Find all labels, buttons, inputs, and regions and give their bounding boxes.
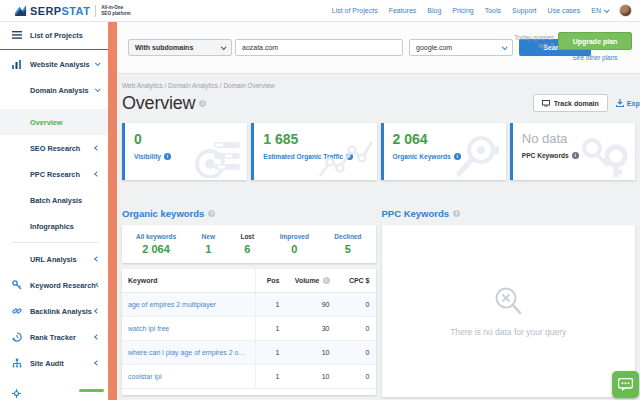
history-icon <box>12 332 30 342</box>
export-link[interactable]: Export <box>616 99 640 107</box>
sidebar-divider <box>0 49 108 50</box>
keys-watermark-icon <box>576 136 632 178</box>
sitemap-icon <box>12 358 30 368</box>
table-row: where can i play age of empires 2 online… <box>122 341 376 365</box>
page-title: Overview <box>122 93 195 114</box>
nav-support[interactable]: Support <box>512 7 537 14</box>
breadcrumb: Web Analytics / Domain Analytics / Domai… <box>122 82 640 89</box>
info-icon[interactable]: i <box>164 153 171 160</box>
serpstat-logo-icon <box>14 4 27 17</box>
upgrade-plan-button[interactable]: Upgrade plan <box>558 32 632 50</box>
target-watermark-icon <box>192 138 244 178</box>
search-strip: With subdomains google.com Search Today … <box>117 22 640 74</box>
sidebar-resize-bar[interactable] <box>108 22 117 400</box>
stat-all-keywords[interactable]: All keywords 2 064 <box>136 233 176 255</box>
nav-tools[interactable]: Tools <box>485 7 501 14</box>
sidebar-divider <box>12 242 98 243</box>
sidebar-item-seo-research[interactable]: SEO Research <box>0 135 108 161</box>
monitor-icon <box>542 100 550 107</box>
sidebar-item-rank-tracker[interactable]: Rank Tracker <box>0 324 108 350</box>
sections: Organic keywords i All keywords 2 064 Ne… <box>122 207 635 397</box>
chevron-down-icon <box>221 44 227 50</box>
link-icon <box>12 306 30 316</box>
organic-keywords-heading: Organic keywords i <box>122 207 376 219</box>
chevron-left-icon <box>94 308 100 314</box>
app-root: SERPSTAT All-in-One SEO platform List of… <box>0 0 640 400</box>
sidebar: List of Projects Website Analysis Domain… <box>0 22 108 400</box>
sidebar-item-ppc-research[interactable]: PPC Research <box>0 161 108 187</box>
info-icon[interactable]: i <box>208 210 215 217</box>
nav-pricing[interactable]: Pricing <box>452 7 473 14</box>
ppc-keywords-heading: PPC Keywords i <box>382 207 636 219</box>
brand-tagline: All-in-One SEO platform <box>101 5 130 16</box>
magnifier-watermark-icon <box>451 134 503 178</box>
stat-declined[interactable]: Declined 5 <box>334 233 361 255</box>
col-volume[interactable]: Volumei <box>286 269 336 293</box>
keyword-link[interactable]: watch ipl free <box>122 317 256 341</box>
info-icon[interactable]: i <box>453 210 460 217</box>
sidebar-item-batch-analysis[interactable]: Batch Analysis <box>0 187 108 213</box>
track-domain-button[interactable]: Track domain <box>533 94 608 112</box>
col-keyword[interactable]: Keyword <box>122 269 256 293</box>
chevron-left-icon <box>94 171 100 177</box>
sidebar-item-domain-analysis[interactable]: Domain Analysis <box>0 77 108 103</box>
sidebar-item-website-analysis[interactable]: Website Analysis <box>0 51 108 77</box>
top-bar: SERPSTAT All-in-One SEO platform List of… <box>0 0 640 22</box>
card-ppc-keywords[interactable]: No data PPC Keywordsi <box>510 123 635 180</box>
sidebar-cut-icon <box>12 384 21 400</box>
bar-chart-icon <box>12 60 30 69</box>
user-avatar[interactable] <box>619 4 632 17</box>
logo-divider <box>95 5 96 17</box>
sidebar-list-of-projects[interactable]: List of Projects <box>0 22 108 48</box>
card-visibility[interactable]: 0 Visibilityi <box>122 123 247 180</box>
stat-new[interactable]: New 1 <box>202 233 215 255</box>
sidebar-item-overview[interactable]: Overview <box>0 109 108 135</box>
chat-widget-button[interactable] <box>612 371 639 398</box>
table-row: watch ipl free 1 30 0 <box>122 317 376 341</box>
organic-keywords-section: Organic keywords i All keywords 2 064 Ne… <box>122 207 376 397</box>
subdomain-mode-select[interactable]: With subdomains <box>128 39 232 56</box>
info-icon[interactable]: i <box>323 277 330 284</box>
domain-query-input[interactable] <box>235 39 403 56</box>
card-organic-keywords[interactable]: 2 064 Organic Keywordsi <box>381 123 506 180</box>
stat-improved[interactable]: Improved 0 <box>280 233 309 255</box>
sidebar-item-infographics[interactable]: Infographics <box>0 213 108 239</box>
keyword-link[interactable]: where can i play age of empires 2 online <box>122 341 256 365</box>
top-nav: List of Projects Features Blog Pricing T… <box>332 4 640 17</box>
language-selector[interactable]: EN <box>591 7 608 14</box>
info-icon[interactable]: i <box>199 100 206 107</box>
keyword-link[interactable]: coolstar ipl <box>122 365 256 389</box>
hamburger-icon[interactable] <box>12 31 30 39</box>
keyword-link[interactable]: age of empires 2 multiplayer <box>122 293 256 317</box>
search-engine-select[interactable]: google.com <box>409 39 513 56</box>
serpstat-logo[interactable]: SERPSTAT All-in-One SEO platform <box>14 4 131 17</box>
sidebar-item-keyword-research[interactable]: Keyword Research <box>0 272 108 298</box>
stat-lost[interactable]: Lost 6 <box>240 233 254 255</box>
col-cpc[interactable]: CPC $ <box>336 269 376 293</box>
organic-stats: All keywords 2 064 New 1 Lost 6 Improved… <box>122 225 376 263</box>
chevron-left-icon <box>94 360 100 366</box>
nav-blog[interactable]: Blog <box>427 7 441 14</box>
new-badge-partial <box>79 389 104 392</box>
sidebar-item-site-audit[interactable]: Site Audit <box>0 350 108 376</box>
col-pos[interactable]: Pos <box>256 269 286 293</box>
organic-keywords-table: Keyword Pos Volumei CPC $ age of empires… <box>122 269 376 395</box>
sidebar-item-url-analysis[interactable]: URL Analysis <box>0 246 108 272</box>
no-results-magnifier-icon <box>493 286 523 318</box>
empty-state-text: There is no data for your query <box>450 327 566 337</box>
line-chart-watermark-icon <box>318 136 374 178</box>
key-icon <box>12 280 30 290</box>
query-quota: Today queries left: 5 <box>514 34 554 50</box>
chevron-left-icon <box>94 145 100 151</box>
sidebar-item-backlink-analysis[interactable]: Backlink Analysis <box>0 298 108 324</box>
table-header-row: Keyword Pos Volumei CPC $ <box>122 269 376 293</box>
nav-use-cases[interactable]: Use cases <box>548 7 581 14</box>
brand-text: SERPSTAT <box>30 5 90 17</box>
card-organic-traffic[interactable]: 1 685 Estimated Organic Traffici <box>251 123 376 180</box>
download-icon <box>616 99 624 107</box>
chevron-left-icon <box>94 256 100 262</box>
nav-features[interactable]: Features <box>389 7 417 14</box>
nav-list-of-projects[interactable]: List of Projects <box>332 7 378 14</box>
see-other-plans-link[interactable]: See other plans <box>573 54 618 61</box>
ppc-empty-state: There is no data for your query <box>382 225 636 397</box>
